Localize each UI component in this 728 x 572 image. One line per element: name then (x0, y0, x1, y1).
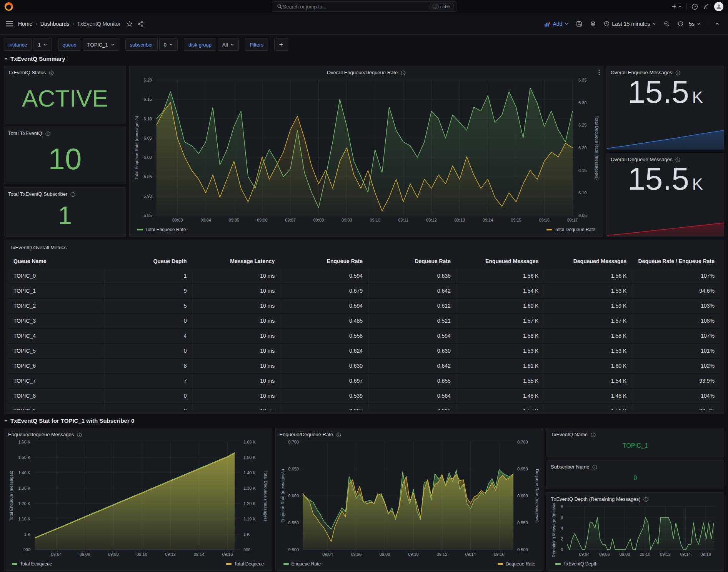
breadcrumb-dashboards[interactable]: Dashboards (40, 21, 70, 27)
legend-item[interactable]: Total Eenqueue (12, 560, 52, 567)
svg-text:900: 900 (243, 547, 250, 552)
table-header-cell[interactable]: Enqueue Rate (280, 255, 368, 269)
table-row[interactable]: TOPIC_7710 ms0.6970.6551.55 K1.54 K93.9% (8, 374, 720, 389)
info-icon[interactable] (336, 432, 341, 437)
table-row[interactable]: TOPIC_2510 ms0.5940.6121.60 K1.59 K103% (8, 299, 720, 314)
breadcrumb-home[interactable]: Home (18, 21, 32, 27)
legend-item[interactable]: Total Dequeue Rate (546, 226, 595, 233)
zoom-out-button[interactable] (661, 18, 673, 30)
overall-rate-chart[interactable]: 09:0309:0409:0509:0609:0709:0809:0909:10… (133, 76, 599, 225)
panel-txeventq-name: TxEventQ Name TOPIC_1 (546, 428, 724, 457)
share-icon[interactable] (137, 20, 144, 28)
info-icon[interactable] (591, 432, 596, 437)
table-header-cell[interactable]: Queue Depth (104, 255, 192, 269)
star-icon[interactable] (126, 20, 133, 28)
table-header-cell[interactable]: Dequeue Rate (368, 255, 456, 269)
variable-value-picker[interactable]: All (218, 38, 239, 51)
svg-text:09:10: 09:10 (408, 552, 419, 557)
svg-text:Total Enqueue Rate (messages/s: Total Enqueue Rate (messages/s) (134, 116, 139, 180)
legend-item[interactable]: TxEventQ Depth (555, 560, 598, 567)
depth-chart[interactable]: 09:0409:0609:0809:1009:1209:1409:1602468… (551, 503, 720, 559)
breadcrumb-current[interactable]: TxEventQ Monitor (77, 21, 121, 27)
legend-item[interactable]: Total Dequeue (226, 560, 264, 567)
collapse-icon[interactable] (712, 18, 723, 30)
info-icon[interactable] (643, 497, 648, 502)
legend-item[interactable]: Enqueue Rate (283, 560, 321, 567)
svg-text:5.90: 5.90 (144, 194, 152, 198)
variable-value-picker[interactable]: TOPIC_1 (83, 38, 119, 51)
section-topic-stat[interactable]: TxEventQ Stat for TOPIC_1 with Subscribe… (4, 417, 134, 424)
table-row[interactable]: TOPIC_8010 ms0.5390.5641.48 K1.48 K104% (8, 389, 720, 404)
section-summary[interactable]: TxEventQ Summary (4, 55, 65, 62)
variable-value-picker[interactable]: 1 (33, 38, 52, 51)
search-input[interactable] (283, 4, 430, 10)
svg-text:09:03: 09:03 (172, 218, 183, 222)
table-row[interactable]: TOPIC_5010 ms0.6240.6301.53 K1.53 K101% (8, 344, 720, 359)
table-header-cell[interactable]: Message Latency (192, 255, 280, 269)
table-cell: 0.655 (368, 374, 456, 389)
refresh-interval-picker[interactable]: 5s (688, 18, 704, 30)
new-button[interactable] (671, 3, 683, 10)
avatar[interactable] (714, 2, 723, 11)
legend-item[interactable]: Dequeue Rate (498, 560, 535, 567)
info-icon[interactable] (77, 432, 82, 437)
table-row[interactable]: TOPIC_1910 ms0.6790.6421.54 K1.53 K94.6% (8, 284, 720, 299)
legend-swatch (226, 563, 232, 565)
search-box[interactable]: ctrl+k (272, 2, 456, 12)
table-header-cell[interactable]: Dequeued Messages (544, 255, 632, 269)
messages-chart[interactable]: 09:0409:0609:0809:1009:1209:1409:169001 … (8, 438, 268, 559)
variable-label[interactable]: subscriber (125, 38, 158, 51)
save-button[interactable] (573, 18, 585, 30)
top-bar: ctrl+k ? (0, 0, 728, 13)
variable-label[interactable]: disk group (184, 38, 216, 51)
table-cell: 0.485 (280, 314, 368, 329)
svg-text:0.600: 0.600 (517, 494, 528, 498)
chevron-down-icon (565, 22, 568, 26)
table-cell: 10 ms (192, 389, 280, 404)
metrics-table-wrap[interactable]: Queue NameQueue DepthMessage LatencyEnqu… (8, 255, 720, 410)
table-row[interactable]: TOPIC_3010 ms0.4850.5211.57 K1.57 K108% (8, 314, 720, 329)
menu-icon[interactable] (5, 20, 13, 27)
grafana-logo[interactable] (5, 2, 13, 11)
table-row[interactable]: TOPIC_4410 ms0.5580.5941.58 K1.58 K107% (8, 329, 720, 344)
svg-text:09:12: 09:12 (165, 552, 176, 557)
table-header-cell[interactable]: Dequeue Rate / Enqueue Rate (632, 255, 720, 269)
svg-text:09:14: 09:14 (680, 552, 691, 557)
table-cell: 10 ms (192, 359, 280, 374)
table-cell: 1.53 K (544, 344, 632, 359)
variable-label[interactable]: instance (4, 38, 32, 51)
svg-text:09:16: 09:16 (700, 552, 711, 557)
news-button[interactable] (703, 3, 710, 10)
svg-text:1.50 K: 1.50 K (243, 455, 256, 460)
chart-legend: Total Enqueue RateTotal Dequeue Rate (133, 225, 599, 233)
info-icon[interactable] (592, 465, 597, 470)
table-cell: 0.697 (280, 374, 368, 389)
table-header-cell[interactable]: Queue Name (8, 255, 104, 269)
info-icon[interactable] (45, 131, 50, 136)
rate-chart[interactable]: 09:0409:0609:0809:1009:1209:1409:160.500… (280, 438, 540, 559)
time-range-picker[interactable]: Last 15 minutes (601, 18, 659, 30)
breadcrumb-separator: › (35, 21, 37, 27)
variable-value-picker[interactable]: 0 (159, 38, 178, 51)
filters-button[interactable]: Filters (245, 38, 268, 51)
legend-item[interactable]: Total Enqueue Rate (137, 226, 186, 233)
add-filter-button[interactable] (274, 38, 288, 51)
variable-label[interactable]: queue (58, 38, 81, 51)
refresh-button[interactable] (675, 18, 686, 30)
add-button[interactable]: Add (541, 18, 571, 30)
settings-button[interactable] (587, 18, 599, 30)
table-cell: 0.667 (280, 404, 368, 410)
info-icon[interactable] (401, 70, 406, 75)
table-header-cell[interactable]: Enqueued Messages (456, 255, 544, 269)
help-button[interactable]: ? (691, 3, 699, 11)
info-icon[interactable] (70, 192, 75, 197)
table-row[interactable]: TOPIC_6810 ms0.6300.6421.61 K1.60 K102% (8, 359, 720, 374)
svg-text:1.40 K: 1.40 K (243, 470, 256, 475)
kebab-icon[interactable] (598, 69, 600, 77)
svg-text:900: 900 (23, 547, 30, 552)
table-row[interactable]: TOPIC_9810 ms0.6670.6181.57 K1.56 K92.7% (8, 404, 720, 410)
table-row[interactable]: TOPIC_0110 ms0.5940.6361.56 K1.56 K107% (8, 269, 720, 284)
info-icon[interactable] (49, 70, 54, 75)
table-cell: 104% (632, 389, 720, 404)
panel-rate-chart: Enqueue/Dequeue Rate 09:0409:0609:0809:1… (275, 428, 544, 571)
